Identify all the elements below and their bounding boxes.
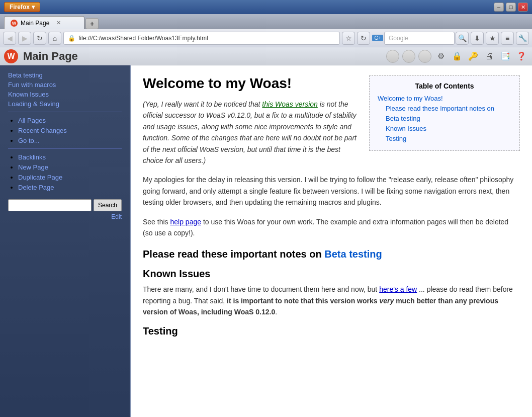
help-page-link[interactable]: help page [170,218,201,226]
list-item: Duplicate Page [18,173,122,181]
title-bar: Firefox ▾ – □ ✕ [0,0,532,14]
sidebar-divider-2 [8,148,122,149]
new-tab-button[interactable]: + [85,18,99,29]
maximize-button[interactable]: □ [506,3,516,12]
sidebar-divider-1 [8,112,122,112]
main-content: Table of Contents Welcome to my Woas! Pl… [131,65,532,417]
list-item: New Page [18,163,122,171]
sidebar-item-backlinks[interactable]: Backlinks [18,153,122,161]
sidebar-list-2: Backlinks New Page Duplicate Page Delete… [18,153,122,191]
toc-link-known-issues[interactable]: Known Issues [386,125,426,132]
toc-title: Table of Contents [378,82,511,90]
intro-text-before: (Yep, I really want it to be noticed tha… [143,100,262,108]
toc-link-please-read[interactable]: Please read these important notes on [386,105,494,112]
sidebar-item-beta-testing[interactable]: Beta testing [8,71,122,79]
close-button[interactable]: ✕ [518,3,528,12]
tab-bar: W Main Page ✕ + [0,14,532,29]
tab-close-icon[interactable]: ✕ [56,20,61,26]
section3-title: Testing [143,325,520,337]
tool-circle-1[interactable] [386,50,399,63]
section1-title: Please read these important notes on Bet… [143,248,520,260]
refresh-button[interactable]: ↻ [357,32,370,45]
sidebar-item-go-to[interactable]: Go to... [18,137,122,144]
sidebar-edit-area: Edit [8,213,122,220]
print-icon[interactable]: 🖨 [483,50,496,63]
menu-button[interactable]: ≡ [501,32,514,45]
address-text: file:///C:/woas/Shared Folder/Woas13Empt… [78,35,208,42]
reload-button[interactable]: ↻ [33,32,46,45]
tab-title: Main Page [21,20,49,27]
firefox-menu-button[interactable]: Firefox ▾ [4,2,40,12]
sidebar-item-loading-saving[interactable]: Loading & Saving [8,100,122,108]
firefox-label: Firefox [10,4,30,11]
address-icon: 🔒 [68,35,75,42]
sidebar-search: Search [8,199,122,211]
tool-circle-3[interactable] [418,50,431,63]
search-placeholder: Google [389,35,408,42]
addon-button[interactable]: 🔧 [516,32,529,45]
toc-link-welcome[interactable]: Welcome to my Woas! [378,95,443,102]
search-submit-button[interactable]: 🔍 [456,32,469,45]
search-input[interactable] [8,199,92,211]
bookmark-icon[interactable]: 📑 [499,50,512,63]
sidebar-item-recent-changes[interactable]: Recent Changes [18,127,122,134]
para3-before: There are many, and I don't have time to… [143,285,379,293]
sidebar-item-all-pages[interactable]: All Pages [18,117,122,124]
list-item: Backlinks [18,153,122,161]
address-bar[interactable]: 🔒 file:///C:/woas/Shared Folder/Woas13Em… [63,32,340,45]
toolbar: W Main Page ⚙ 🔒 🔑 🖨 📑 ❓ [0,47,532,65]
search-bar[interactable]: Google [384,32,455,45]
list-item: Please read these important notes on [386,104,511,112]
list-item: Testing [386,134,511,142]
apology-paragraph: My apologies for the delay in releasing … [143,174,520,208]
tab-main-page[interactable]: W Main Page ✕ [4,16,84,29]
list-item: Go to... [18,136,122,144]
this-woas-version-link[interactable]: this Woas version [262,100,317,108]
toc-link-beta-testing[interactable]: Beta testing [386,115,420,122]
bookmark-star-button[interactable]: ☆ [342,32,355,45]
list-item: Welcome to my Woas! [378,94,511,102]
sidebar-list-1: All Pages Recent Changes Go to... [18,116,122,144]
firefox-dropdown-icon: ▾ [32,4,35,11]
list-item: Recent Changes [18,126,122,134]
intro-text-rest: is not the official successor to WoaS v0… [143,100,357,164]
help-icon[interactable]: ❓ [515,50,528,63]
minimize-button[interactable]: – [494,3,504,12]
list-item: All Pages [18,116,122,124]
known-issues-paragraph: There are many, and I don't have time to… [143,284,520,317]
edit-link[interactable]: Edit [8,213,122,220]
sidebar-item-delete-page[interactable]: Delete Page [18,184,122,191]
key-icon[interactable]: 🔑 [467,50,480,63]
sidebar-item-known-issues[interactable]: Known Issues [8,91,122,98]
section1-before: Please read these important notes on [143,248,324,260]
sidebar-item-duplicate-page[interactable]: Duplicate Page [18,174,122,181]
heres-a-few-link[interactable]: here's a few [379,285,417,293]
para3-very-text: very [379,297,394,305]
toc-link-testing[interactable]: Testing [386,135,406,142]
section2-title: Known Issues [143,268,520,280]
sidebar-item-new-page[interactable]: New Page [18,163,122,171]
search-button[interactable]: Search [94,199,122,211]
home-button[interactable]: ⌂ [48,32,61,45]
content-area: Beta testing Fun with macros Known Issue… [0,65,532,417]
settings-icon[interactable]: ⚙ [434,50,448,63]
help-page-paragraph: See this help page to use this Woas for … [143,216,520,239]
tool-circle-2[interactable] [402,50,415,63]
page-title: Main Page [23,50,78,63]
toc-box: Table of Contents Welcome to my Woas! Pl… [369,75,520,151]
beta-testing-link[interactable]: Beta testing [324,248,382,260]
sidebar-item-fun-with-macros[interactable]: Fun with macros [8,81,122,89]
list-item: Known Issues [386,124,511,132]
para3-dot: . [275,308,277,316]
forward-button[interactable]: ▶ [18,32,31,45]
nav-bar: ◀ ▶ ↻ ⌂ 🔒 file:///C:/woas/Shared Folder/… [0,29,532,47]
para2-before: See this [143,218,170,226]
tab-favicon: W [11,20,18,27]
lock-icon[interactable]: 🔒 [451,50,464,63]
list-item: Delete Page [18,183,122,191]
search-provider-icon: G+ [372,35,383,41]
downloads-button[interactable]: ⬇ [471,32,484,45]
bookmarks-button[interactable]: ★ [486,32,499,45]
back-button[interactable]: ◀ [3,32,16,45]
list-item: Beta testing [386,114,511,122]
